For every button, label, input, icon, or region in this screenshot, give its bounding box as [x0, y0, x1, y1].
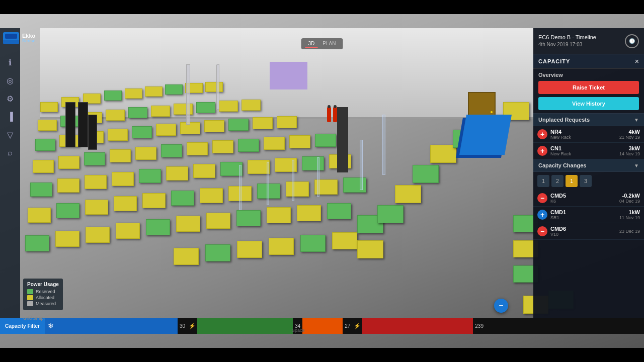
- fire-extinguishers-left: [327, 107, 337, 122]
- chart-button[interactable]: ▐: [2, 109, 18, 125]
- search-button[interactable]: ⌕: [2, 145, 18, 161]
- view-history-button[interactable]: View History: [538, 97, 639, 110]
- cmd5-right: -0.2kW 04 Dec 19: [619, 193, 640, 204]
- cf-bar-red: [362, 318, 473, 334]
- cn1-sub: New Rack: [550, 151, 616, 156]
- chat-button[interactable]: ◎: [2, 72, 18, 88]
- capacity-changes-chevron: ▼: [634, 163, 639, 168]
- measured-label: Measured: [36, 301, 56, 306]
- cn1-power: 3kW: [619, 145, 640, 151]
- view-plan-button[interactable]: PLAN: [319, 40, 339, 48]
- raise-ticket-button[interactable]: Raise Ticket: [538, 81, 639, 94]
- cmd1-power: 1kW: [619, 209, 640, 215]
- nr4-add-button[interactable]: +: [537, 129, 547, 139]
- overview-label: Overview: [538, 72, 639, 78]
- nr4-info: NR4 New Rack: [550, 129, 616, 140]
- cmd1-date: 11 Nov 19: [619, 215, 640, 220]
- zoom-out-button[interactable]: −: [494, 299, 508, 313]
- grid-snap-label: Grid Snap:: [23, 316, 45, 321]
- cmd1-info: CMD1 SR1: [550, 209, 616, 220]
- main-viewport: − Ekko Sense ℹ ◎ ⚙ ▐ ▽ ⌕ EC6 Demo B - Ti…: [0, 14, 644, 348]
- clock-icon[interactable]: 🕒: [625, 34, 639, 48]
- cf-bar-green: [197, 318, 293, 334]
- nr4-name: NR4: [550, 129, 616, 135]
- request-item-nr4: + NR4 New Rack 4kW 21 Nov 19: [533, 126, 644, 143]
- cmd5-info: CMD5 K6: [550, 193, 616, 204]
- cn1-date: 14 Nov 19: [619, 151, 640, 156]
- fire-ext-1: [327, 107, 331, 122]
- left-sidebar: ℹ ◎ ⚙ ▐ ▽ ⌕: [0, 28, 20, 328]
- cmd5-minus-button[interactable]: −: [537, 193, 547, 203]
- minus-icon: −: [499, 301, 503, 310]
- tools-button[interactable]: ⚙: [2, 90, 18, 107]
- right-panel: CAPACITY × Overview Raise Ticket View Hi…: [533, 54, 644, 328]
- lightning-icon-2: ⚡: [352, 323, 362, 329]
- panel-header: CAPACITY ×: [533, 54, 644, 69]
- nr4-sub: New Rack: [550, 135, 616, 140]
- app-title-block: EC6 Demo B - Timeline 4th Nov 2019 17:03: [538, 34, 596, 48]
- pagination: 1 2 1 3: [533, 172, 644, 190]
- capacity-changes-title: Capacity Changes: [538, 162, 586, 168]
- unplaced-requests-header[interactable]: Unplaced Requests ▼: [533, 114, 644, 126]
- cmd6-name: CMD6: [550, 226, 616, 232]
- cmd1-plus-button[interactable]: +: [537, 210, 547, 220]
- cmd1-right: 1kW 11 Nov 19: [619, 209, 640, 220]
- nr4-right: 4kW 21 Nov 19: [619, 129, 640, 140]
- overview-section: Overview Raise Ticket View History: [533, 69, 644, 114]
- request-item-cn1: + CN1 New Rack 3kW 14 Nov 19: [533, 143, 644, 159]
- lightning-icon-1: ⚡: [187, 323, 197, 329]
- page-btn-active[interactable]: 1: [566, 175, 578, 187]
- cmd1-name: CMD1: [550, 209, 616, 215]
- cn1-add-button[interactable]: +: [537, 146, 547, 156]
- logo-line2: Sense: [22, 39, 36, 44]
- cap-change-cmd5: − CMD5 K6 -0.2kW 04 Dec 19: [533, 190, 644, 207]
- cap-change-cmd6: − CMD6 V10 23 Dec 19: [533, 223, 644, 240]
- pillar-center: [337, 107, 348, 172]
- cf-bar-blue: [57, 318, 178, 334]
- page-btn-1[interactable]: 1: [537, 175, 549, 187]
- server-rack-1: [65, 102, 75, 147]
- legend-reserved: Reserved: [27, 289, 59, 294]
- view-3d-button[interactable]: 3D: [305, 40, 318, 48]
- cf-num-30: 30: [178, 323, 187, 329]
- cn1-info: CN1 New Rack: [550, 145, 616, 156]
- panel-close-button[interactable]: ×: [635, 57, 639, 65]
- filter-button[interactable]: ▽: [2, 127, 18, 143]
- cf-num-239: 239: [473, 323, 486, 329]
- fire-ext-2: [333, 107, 337, 122]
- page-btn-3[interactable]: 3: [580, 175, 592, 187]
- scene-title: EC6 Demo B - Timeline: [538, 34, 596, 41]
- unplaced-requests-title: Unplaced Requests: [538, 117, 590, 123]
- nr4-power: 4kW: [619, 129, 640, 135]
- page-btn-2[interactable]: 2: [551, 175, 564, 187]
- black-bar-bottom: [0, 348, 644, 362]
- capacity-changes-header[interactable]: Capacity Changes ▼: [533, 159, 644, 172]
- panel-title: CAPACITY: [538, 58, 570, 64]
- allocated-label: Allocated: [36, 295, 54, 300]
- server-rack-2: [78, 102, 88, 147]
- legend-title: Power Usage: [27, 282, 59, 287]
- partition-2: [216, 64, 219, 110]
- allocated-color: [27, 295, 33, 300]
- info-button[interactable]: ℹ: [2, 54, 18, 70]
- blue-cube-prop: [459, 115, 512, 155]
- server-rack-3: [88, 115, 97, 150]
- cmd5-sub: K6: [550, 199, 616, 204]
- cmd5-date: 04 Dec 19: [619, 199, 640, 204]
- cmd1-sub: SR1: [550, 215, 616, 220]
- partition-1: [186, 64, 190, 125]
- cmd5-power: -0.2kW: [619, 193, 640, 199]
- cmd5-name: CMD5: [550, 193, 616, 199]
- measured-color: [27, 301, 33, 306]
- cn1-right: 3kW 14 Nov 19: [619, 145, 640, 156]
- lavender-prop-1: [270, 62, 307, 89]
- scene-datetime: 4th Nov 2019 17:03: [538, 41, 596, 48]
- reserved-color: [27, 289, 33, 294]
- cmd6-info: CMD6 V10: [550, 226, 616, 237]
- cmd6-minus-button[interactable]: −: [537, 226, 547, 236]
- capacity-filter-bar: Capacity Filter ❄ 30 ⚡ 34 27 ⚡ 239: [0, 318, 644, 334]
- logo: Ekko Sense: [2, 29, 36, 47]
- view-toggle: 3D PLAN: [301, 38, 343, 49]
- cn1-name: CN1: [550, 145, 616, 151]
- cmd6-sub: V10: [550, 232, 616, 237]
